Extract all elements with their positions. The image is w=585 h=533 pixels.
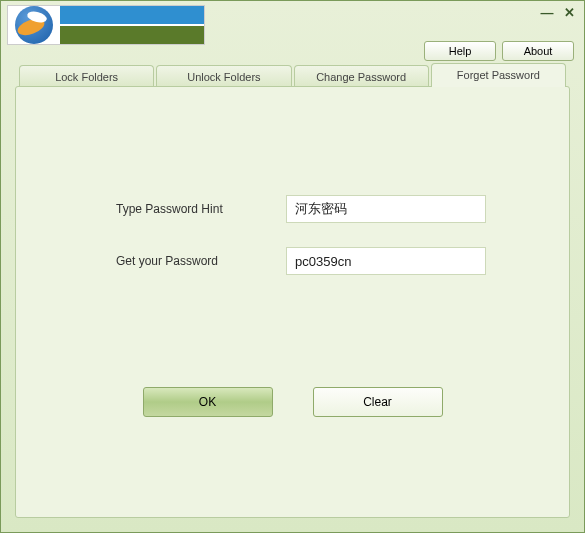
app-logo <box>7 5 205 45</box>
ok-button[interactable]: OK <box>143 387 273 417</box>
about-button[interactable]: About <box>502 41 574 61</box>
content-panel: Type Password Hint Get your Password OK … <box>15 86 570 518</box>
logo-bars <box>60 6 204 44</box>
hint-label: Type Password Hint <box>116 202 286 216</box>
titlebar: — ✕ <box>1 1 584 43</box>
tab-bar: Lock Folders Unlock Folders Change Passw… <box>19 63 566 87</box>
tab-forget-password[interactable]: Forget Password <box>431 63 566 87</box>
tab-unlock-folders[interactable]: Unlock Folders <box>156 65 291 87</box>
minimize-button[interactable]: — <box>540 5 554 19</box>
get-password-label: Get your Password <box>116 254 286 268</box>
app-window: — ✕ Help About Lock Folders Unlock Folde… <box>0 0 585 533</box>
help-button[interactable]: Help <box>424 41 496 61</box>
password-hint-input[interactable] <box>286 195 486 223</box>
logo-icon <box>8 6 60 44</box>
clear-button[interactable]: Clear <box>313 387 443 417</box>
close-button[interactable]: ✕ <box>562 5 576 19</box>
password-output[interactable] <box>286 247 486 275</box>
tab-lock-folders[interactable]: Lock Folders <box>19 65 154 87</box>
tab-change-password[interactable]: Change Password <box>294 65 429 87</box>
